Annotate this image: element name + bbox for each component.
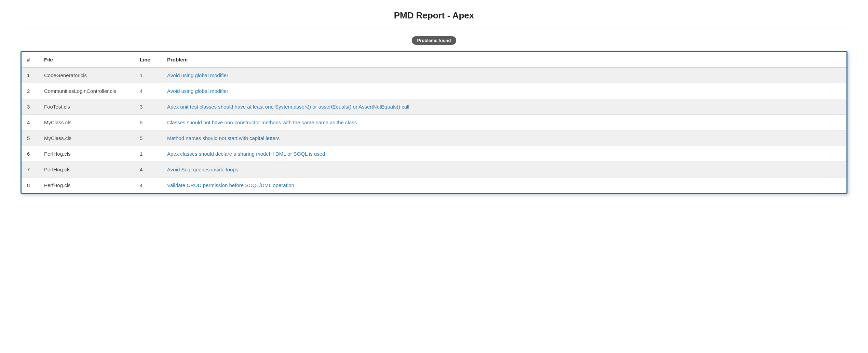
problem-link[interactable]: Classes should not have non-constructor … [167, 119, 357, 125]
divider [21, 28, 847, 28]
cell-num: 6 [22, 146, 39, 162]
cell-file: MyClass.cls [39, 115, 134, 130]
problem-link[interactable]: Method names should not start with capit… [167, 135, 280, 141]
cell-file: PerfHog.cls [39, 178, 134, 193]
problem-link[interactable]: Avoid using global modifier [167, 88, 228, 94]
cell-problem[interactable]: Avoid Soql queries inside loops [162, 162, 846, 178]
problem-link[interactable]: Avoid using global modifier [167, 72, 228, 78]
problem-link[interactable]: Validate CRUD permission before SOQL/DML… [167, 182, 294, 188]
cell-line: 5 [134, 115, 162, 130]
page-title: PMD Report - Apex [21, 10, 847, 21]
report-table-wrapper: # File Line Problem 1CodeGenerator.cls1A… [21, 51, 847, 194]
cell-num: 7 [22, 162, 39, 178]
cell-line: 1 [134, 68, 162, 83]
cell-line: 4 [134, 178, 162, 193]
col-header-num: # [22, 52, 39, 68]
table-row: 5MyClass.cls5Method names should not sta… [22, 130, 846, 146]
col-header-line: Line [134, 52, 162, 68]
problem-link[interactable]: Apex classes should declare a sharing mo… [167, 151, 325, 157]
cell-problem[interactable]: Method names should not start with capit… [162, 130, 846, 146]
cell-problem[interactable]: Apex classes should declare a sharing mo… [162, 146, 846, 162]
table-row: 4MyClass.cls5Classes should not have non… [22, 115, 846, 130]
cell-file: PerfHog.cls [39, 146, 134, 162]
table-row: 1CodeGenerator.cls1Avoid using global mo… [22, 68, 846, 83]
cell-line: 5 [134, 130, 162, 146]
cell-num: 4 [22, 115, 39, 130]
badge-container: Problems found [21, 36, 847, 45]
cell-num: 8 [22, 178, 39, 193]
col-header-problem: Problem [162, 52, 846, 68]
cell-num: 3 [22, 99, 39, 115]
cell-problem[interactable]: Apex unit test classes should have at le… [162, 99, 846, 115]
cell-problem[interactable]: Avoid using global modifier [162, 83, 846, 99]
cell-file: FooTest.cls [39, 99, 134, 115]
problem-link[interactable]: Apex unit test classes should have at le… [167, 104, 409, 110]
col-header-file: File [39, 52, 134, 68]
table-header: # File Line Problem [22, 52, 846, 68]
cell-problem[interactable]: Validate CRUD permission before SOQL/DML… [162, 178, 846, 193]
cell-file: MyClass.cls [39, 130, 134, 146]
problem-link[interactable]: Avoid Soql queries inside loops [167, 167, 238, 172]
cell-line: 1 [134, 146, 162, 162]
cell-line: 3 [134, 99, 162, 115]
table-row: 8PerfHog.cls4Validate CRUD permission be… [22, 178, 846, 193]
cell-problem[interactable]: Classes should not have non-constructor … [162, 115, 846, 130]
table-body: 1CodeGenerator.cls1Avoid using global mo… [22, 68, 846, 193]
report-table: # File Line Problem 1CodeGenerator.cls1A… [22, 52, 846, 193]
cell-line: 4 [134, 83, 162, 99]
cell-file: CodeGenerator.cls [39, 68, 134, 83]
header-row: # File Line Problem [22, 52, 846, 68]
cell-file: CommunitiesLoginController.cls [39, 83, 134, 99]
cell-line: 4 [134, 162, 162, 178]
cell-num: 1 [22, 68, 39, 83]
cell-file: PerfHog.cls [39, 162, 134, 178]
table-row: 7PerfHog.cls4Avoid Soql queries inside l… [22, 162, 846, 178]
cell-num: 2 [22, 83, 39, 99]
problems-found-badge: Problems found [412, 36, 457, 45]
table-row: 6PerfHog.cls1Apex classes should declare… [22, 146, 846, 162]
table-row: 3FooTest.cls3Apex unit test classes shou… [22, 99, 846, 115]
cell-problem[interactable]: Avoid using global modifier [162, 68, 846, 83]
cell-num: 5 [22, 130, 39, 146]
table-row: 2CommunitiesLoginController.cls4Avoid us… [22, 83, 846, 99]
